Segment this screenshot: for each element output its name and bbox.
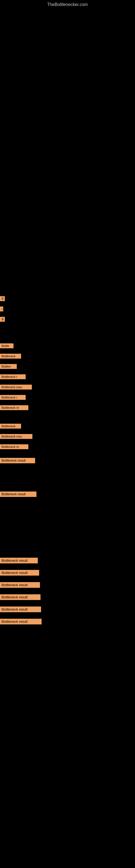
bottleneck-label-11: Bottleneck [0, 424, 21, 429]
bottleneck-label-12: Bottleneck resu [0, 434, 32, 439]
label-row-5: Bottleneck [0, 351, 135, 362]
bottleneck-label-3: B [0, 317, 5, 322]
bottleneck-label-4: Bottle [0, 343, 13, 348]
label-row-21: Bottleneck result [0, 616, 135, 628]
bottleneck-label-5: Bottleneck [0, 354, 21, 359]
bottleneck-label-15: Bottleneck result [0, 492, 37, 497]
bottleneck-label-21: Bottleneck result [0, 619, 42, 624]
bottleneck-label-7: Bottleneck r [0, 374, 26, 379]
label-row-15: Bottleneck result [0, 489, 135, 501]
bottleneck-label-10: Bottleneck re [0, 405, 28, 410]
label-row-16: Bottleneck result [0, 555, 135, 567]
label-row-7: Bottleneck r [0, 372, 135, 382]
label-row-19: Bottleneck result [0, 592, 135, 604]
label-row-4: Bottle [0, 341, 135, 351]
label-row-20: Bottleneck result [0, 604, 135, 616]
site-title: TheBottlenecker.com [0, 0, 135, 9]
label-row-1: B [0, 294, 135, 304]
label-row-6: Bottlen [0, 362, 135, 372]
spacer-2 [0, 413, 135, 422]
spacer-4 [0, 467, 135, 489]
label-row-2: | [0, 304, 135, 315]
bottleneck-label-1: B [0, 296, 5, 301]
bottleneck-label-8: Bottleneck resu [0, 384, 32, 390]
label-row-10: Bottleneck re [0, 403, 135, 413]
bottleneck-label-16: Bottleneck result [0, 558, 38, 563]
bottleneck-label-2: | [0, 307, 3, 311]
bottleneck-label-9: Bottleneck r [0, 395, 26, 400]
label-row-9: Bottleneck r [0, 393, 135, 403]
bottleneck-label-17: Bottleneck result [0, 570, 39, 576]
label-row-8: Bottleneck resu [0, 382, 135, 393]
label-row-17: Bottleneck result [0, 567, 135, 579]
label-row-13: Bottleneck re [0, 442, 135, 453]
label-row-3: B [0, 315, 135, 325]
bottleneck-label-19: Bottleneck result [0, 594, 41, 600]
bottleneck-label-18: Bottleneck result [0, 582, 40, 588]
label-row-18: Bottleneck result [0, 579, 135, 592]
bottleneck-label-13: Bottleneck re [0, 444, 28, 449]
bottleneck-label-14: Bottleneck result [0, 458, 35, 463]
bottleneck-label-6: Bottlen [0, 364, 17, 369]
spacer-1 [0, 325, 135, 341]
bottleneck-label-20: Bottleneck result [0, 607, 41, 612]
label-row-11: Bottleneck [0, 422, 135, 432]
label-row-14: Bottleneck result [0, 455, 135, 467]
spacer-3 [0, 453, 135, 455]
chart-area [0, 9, 135, 294]
label-row-12: Bottleneck resu [0, 432, 135, 442]
spacer-5 [0, 501, 135, 555]
